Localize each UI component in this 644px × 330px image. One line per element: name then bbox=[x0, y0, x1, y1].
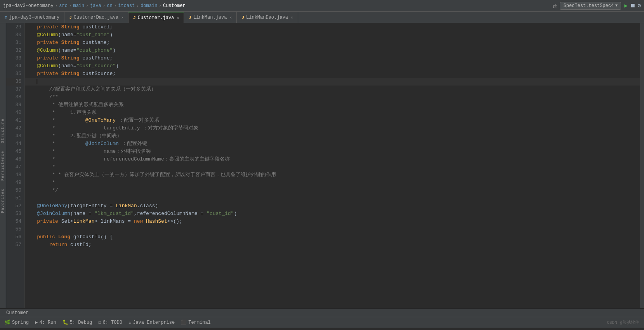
spring-icon: 🌿 bbox=[5, 320, 10, 325]
code-line-50: */ bbox=[25, 187, 640, 194]
line-numbers: 29 30 31 32 33 34 35 36 37 38 39 40 41 4… bbox=[6, 23, 25, 308]
tab-customerdao[interactable]: J CustomerDao.java ✕ bbox=[64, 12, 128, 23]
code-scroll-area[interactable]: private String custLevel; @Column(name="… bbox=[25, 23, 640, 308]
code-line-45: * name：外键字段名称 bbox=[25, 148, 640, 155]
todo-icon: ☑ bbox=[98, 320, 101, 325]
code-line-54: private Set<LinkMan> linkMans = new Hash… bbox=[25, 218, 640, 225]
run-config-label: SpecTest.testSpec4 bbox=[563, 3, 614, 9]
breadcrumb-domain: domain bbox=[141, 3, 157, 9]
breadcrumb-itcast: itcast bbox=[118, 3, 135, 9]
code-line-51 bbox=[25, 194, 640, 202]
java-icon: ☕ bbox=[128, 320, 131, 325]
tab-project-label: jpa-day3-onetomany bbox=[9, 15, 60, 20]
persistence-panel-label: Persistence bbox=[1, 151, 5, 181]
code-line-57: return custId; bbox=[25, 241, 640, 249]
navigate-back-icon[interactable]: ⇄ bbox=[553, 2, 557, 10]
scrollbar[interactable] bbox=[640, 23, 644, 308]
tab-icon-j3: J bbox=[189, 15, 191, 20]
terminal-icon: ⬛ bbox=[181, 320, 187, 325]
code-line-47: * bbox=[25, 163, 640, 171]
tab-linkman[interactable]: J LinkMan.java ✕ bbox=[184, 12, 237, 23]
java-enterprise-label: Java Enterprise bbox=[133, 320, 175, 325]
class-status-bar: Customer bbox=[0, 308, 644, 317]
code-line-39: * 使用注解的形式配置多表关系 bbox=[25, 101, 640, 109]
tab-linkman-label: LinkMan.java bbox=[193, 15, 227, 20]
code-line-34: @Column(name="cust_source") bbox=[25, 62, 640, 70]
breadcrumb-main: main bbox=[73, 3, 84, 9]
code-line-29: private String custLevel; bbox=[25, 23, 640, 31]
debug-status[interactable]: 🐛 5: Debug bbox=[62, 320, 92, 325]
code-line-37: //配置客户和联系人之间的关系（一对多关系） bbox=[25, 86, 640, 93]
run-status[interactable]: ▶ 4: Run bbox=[35, 320, 56, 325]
title-bar: jpa-day3-onetomany › src › main › java ›… bbox=[0, 0, 644, 12]
code-line-52: @OneToMany(targetEntity = LinkMan.class) bbox=[25, 202, 640, 210]
toolbar-right: ⇄ SpecTest.testSpec4 ▼ ▶ ⏹ ⚙ bbox=[553, 2, 641, 10]
debug-label: 5: Debug bbox=[70, 320, 92, 325]
breadcrumb-src: src bbox=[59, 3, 68, 9]
tab-bar: m jpa-day3-onetomany J CustomerDao.java … bbox=[0, 12, 644, 23]
breadcrumb-area: jpa-day3-onetomany › src › main › java ›… bbox=[3, 3, 551, 9]
code-line-53: @JoinColumn(name = "lkm_cust_id",referen… bbox=[25, 210, 640, 218]
spring-label: Spring bbox=[12, 320, 29, 325]
debug-icon: 🐛 bbox=[62, 320, 68, 325]
run-config-dropdown-icon: ▼ bbox=[615, 3, 618, 8]
code-line-36 bbox=[25, 78, 640, 86]
code-line-35: private String custSource; bbox=[25, 70, 640, 78]
tab-icon-j1: J bbox=[69, 15, 72, 20]
todo-status[interactable]: ☑ 6: TODO bbox=[98, 320, 122, 325]
status-bar: 🌿 Spring ▶ 4: Run 🐛 5: Debug ☑ 6: TODO ☕… bbox=[0, 317, 644, 328]
toolbar-actions: ▶ ⏹ ⚙ bbox=[624, 2, 641, 9]
code-line-38: /** bbox=[25, 93, 640, 101]
tab-linkmandao[interactable]: J LinkManDao.java ✕ bbox=[237, 12, 298, 23]
tab-customer[interactable]: J Customer.java ✕ bbox=[128, 12, 184, 23]
tab-customerdao-label: CustomerDao.java bbox=[74, 15, 118, 20]
code-line-48: * * 在客户实体类上（一的一方）添加了外键了配置，所以对于客户而言，也具备了维… bbox=[25, 171, 640, 179]
java-enterprise-status[interactable]: ☕ Java Enterprise bbox=[128, 320, 175, 325]
tab-customer-close[interactable]: ✕ bbox=[177, 16, 179, 20]
structure-panel-label: Structure bbox=[1, 119, 5, 143]
main-area: Structure Persistence Favorites 29 30 31… bbox=[0, 23, 644, 308]
code-line-46: * referencedColumnName：参照的主表的主键字段名称 bbox=[25, 155, 640, 163]
run-label: 4: Run bbox=[39, 320, 56, 325]
favorites-panel-label: Favorites bbox=[1, 189, 5, 213]
code-line-32: @Column(name="cust_phone") bbox=[25, 47, 640, 54]
code-line-40: * 1.声明关系 bbox=[25, 109, 640, 117]
code-line-41: * @OneToMany ：配置一对多关系 bbox=[25, 117, 640, 124]
code-line-44: * @JoinColumn ：配置外键 bbox=[25, 140, 640, 148]
tab-customerdao-close[interactable]: ✕ bbox=[121, 15, 123, 20]
breadcrumb-class: Customer bbox=[163, 3, 186, 9]
stop-icon[interactable]: ⏹ bbox=[630, 3, 635, 9]
terminal-status[interactable]: ⬛ Terminal bbox=[181, 320, 211, 325]
left-panel-tabs: Structure Persistence Favorites bbox=[0, 23, 6, 308]
tab-project[interactable]: m jpa-day3-onetomany bbox=[0, 12, 64, 23]
code-line-49: * bbox=[25, 179, 640, 187]
tab-linkman-close[interactable]: ✕ bbox=[229, 15, 232, 20]
breadcrumb-cn: cn bbox=[107, 3, 112, 9]
watermark: CSDN @蓝驰软件 bbox=[607, 320, 639, 325]
run-icon[interactable]: ▶ bbox=[624, 2, 627, 9]
tab-customer-label: Customer.java bbox=[138, 15, 174, 21]
code-editor[interactable]: 29 30 31 32 33 34 35 36 37 38 39 40 41 4… bbox=[6, 23, 644, 308]
terminal-label: Terminal bbox=[188, 320, 211, 325]
code-line-56: public Long getCustId() { bbox=[25, 233, 640, 241]
tab-linkmandao-label: LinkManDao.java bbox=[246, 15, 288, 20]
code-line-55 bbox=[25, 225, 640, 233]
code-line-42: * targetEntity ：对方对象的字节码对象 bbox=[25, 124, 640, 132]
run-config[interactable]: SpecTest.testSpec4 ▼ bbox=[560, 2, 621, 10]
run-status-icon: ▶ bbox=[35, 320, 38, 325]
tab-linkmandao-close[interactable]: ✕ bbox=[291, 15, 293, 20]
tab-icon-j2: J bbox=[133, 16, 136, 20]
class-status-label: Customer bbox=[6, 310, 29, 316]
watermark-label: CSDN @蓝驰软件 bbox=[607, 320, 639, 325]
tab-icon-m: m bbox=[5, 15, 7, 20]
tab-icon-j4: J bbox=[241, 15, 244, 20]
breadcrumb-java: java bbox=[90, 3, 101, 9]
code-line-33: private String custPhone; bbox=[25, 54, 640, 62]
spring-status[interactable]: 🌿 Spring bbox=[5, 320, 29, 325]
code-line-30: @Column(name="cust_name") bbox=[25, 31, 640, 39]
code-line-43: * 2.配置外键（中间表） bbox=[25, 132, 640, 140]
todo-label: 6: TODO bbox=[103, 320, 122, 325]
settings-icon[interactable]: ⚙ bbox=[638, 2, 641, 9]
project-name: jpa-day3-onetomany bbox=[3, 3, 54, 9]
code-line-31: private String custName; bbox=[25, 39, 640, 47]
